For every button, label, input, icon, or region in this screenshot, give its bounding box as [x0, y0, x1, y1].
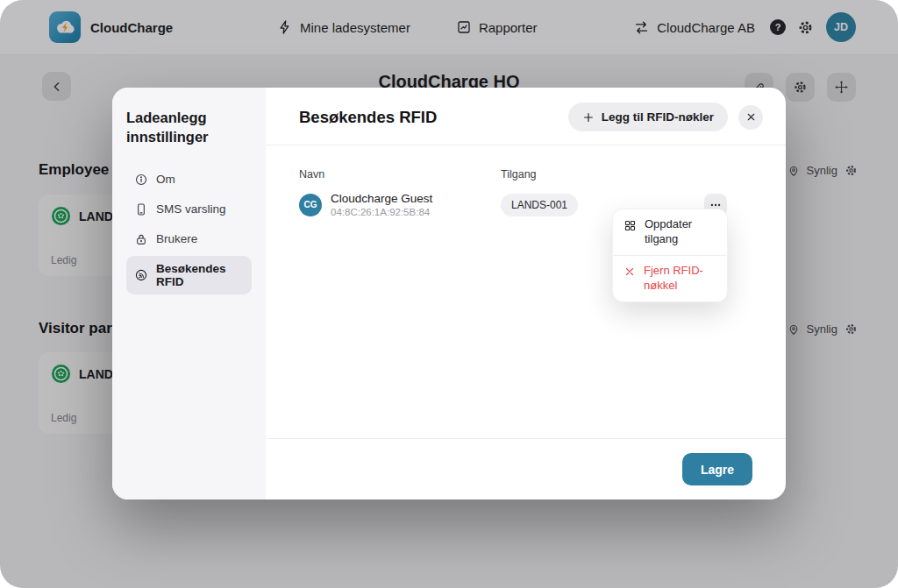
- sidebar-item-label: Brukere: [156, 232, 197, 245]
- sidebar-item-label: Besøkendes RFID: [156, 262, 244, 288]
- rfid-key-id: 04:8C:26:1A:92:5B:84: [331, 207, 432, 217]
- menu-item-label: Oppdater tilgang: [645, 217, 716, 247]
- sidebar-item-label: Om: [156, 173, 175, 186]
- table-header-row: Navn Tilgang: [299, 168, 727, 181]
- menu-item-fjern-rfid-nokkel[interactable]: Fjern RFID-nøkkel: [613, 256, 727, 301]
- add-rfid-keys-label: Legg til RFID-nøkler: [602, 110, 714, 124]
- menu-item-label: Fjern RFID-nøkkel: [644, 264, 716, 294]
- modal-sidebar-title: Ladeanlegg innstillinger: [126, 109, 252, 147]
- modal-footer: Lagre: [266, 438, 786, 499]
- rfid-icon: [134, 268, 148, 282]
- guest-name-cell: CG Cloudcharge Guest 04:8C:26:1A:92:5B:8…: [299, 192, 501, 217]
- sidebar-item-sms-varsling[interactable]: SMS varsling: [126, 196, 252, 223]
- guest-avatar: CG: [299, 194, 322, 216]
- sidebar-item-besokendes-rfid[interactable]: Besøkendes RFID: [126, 256, 252, 294]
- sidebar-item-brukere[interactable]: Brukere: [126, 226, 252, 252]
- sidebar-item-label: SMS varsling: [156, 202, 226, 216]
- plus-icon: [582, 111, 595, 124]
- close-button[interactable]: [738, 105, 763, 130]
- settings-modal: Ladeanlegg innstillinger Om SMS varsling: [112, 88, 786, 499]
- info-icon: [134, 173, 148, 187]
- x-icon: [624, 264, 636, 278]
- phone-icon: [134, 202, 148, 216]
- modal-main: Besøkendes RFID Legg til RFID-nøkler: [266, 88, 786, 499]
- access-badge: LANDS-001: [501, 194, 578, 216]
- menu-item-oppdater-tilgang[interactable]: Oppdater tilgang: [613, 209, 727, 255]
- app-window: CloudCharge Mine ladesystemer Rap: [0, 0, 898, 588]
- row-context-menu: Oppdater tilgang Fjern RFID-nøkkel: [612, 209, 728, 302]
- column-header-tilgang: Tilgang: [501, 168, 704, 181]
- add-rfid-keys-button[interactable]: Legg til RFID-nøkler: [568, 103, 728, 131]
- guest-avatar-initials: CG: [304, 200, 317, 209]
- grid-icon: [624, 217, 637, 232]
- column-header-navn: Navn: [299, 168, 501, 181]
- save-button[interactable]: Lagre: [682, 453, 752, 485]
- lock-icon: [134, 232, 148, 246]
- modal-title: Besøkendes RFID: [299, 108, 568, 127]
- modal-header: Besøkendes RFID Legg til RFID-nøkler: [266, 88, 786, 145]
- close-icon: [745, 111, 757, 123]
- sidebar-item-om[interactable]: Om: [126, 166, 252, 193]
- guest-name: Cloudcharge Guest: [331, 192, 432, 205]
- modal-sidebar: Ladeanlegg innstillinger Om SMS varsling: [112, 88, 266, 499]
